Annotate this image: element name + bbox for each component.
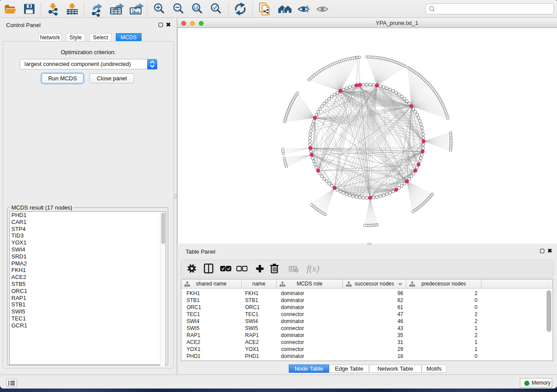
svg-text:f(x): f(x): [307, 263, 319, 274]
